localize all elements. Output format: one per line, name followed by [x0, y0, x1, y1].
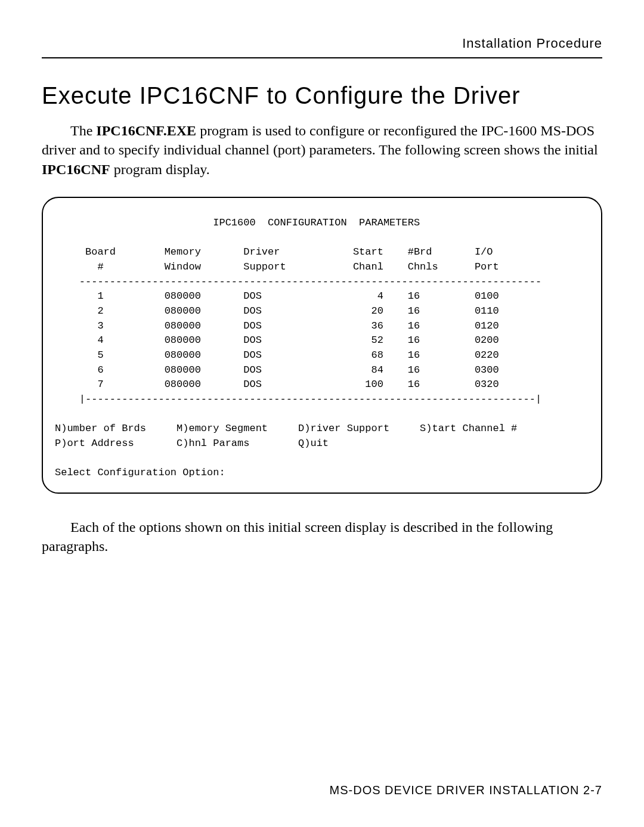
terminal-screen: IPC1600 CONFIGURATION PARAMETERS Board M…: [42, 197, 602, 494]
running-head: Installation Procedure: [42, 36, 602, 57]
intro-text-e: program display.: [110, 162, 210, 177]
page-footer: MS-DOS DEVICE DRIVER INSTALLATION 2-7: [330, 783, 602, 797]
intro-text-a: The: [70, 123, 96, 138]
outro-paragraph: Each of the options shown on this initia…: [42, 518, 602, 556]
intro-bold-1: IPC16CNF.EXE: [96, 123, 196, 138]
running-head-text: Installation Procedure: [462, 36, 602, 51]
terminal-content: IPC1600 CONFIGURATION PARAMETERS Board M…: [55, 216, 589, 481]
header-rule: [42, 57, 602, 58]
intro-paragraph: The IPC16CNF.EXE program is used to conf…: [42, 121, 602, 179]
section-heading: Execute IPC16CNF to Configure the Driver: [42, 82, 602, 109]
intro-bold-2: IPC16CNF: [42, 162, 110, 177]
